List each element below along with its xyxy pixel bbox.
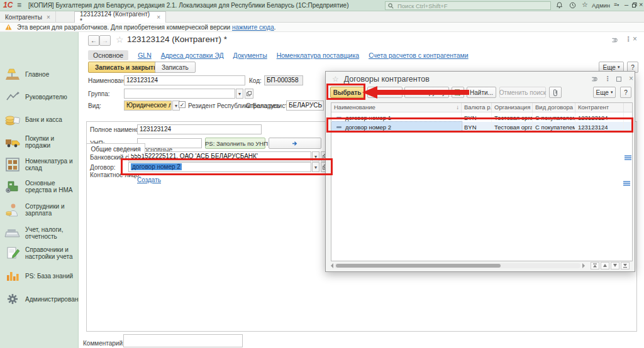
nav-adresa-dostavki[interactable]: Адреса доставки ЭД xyxy=(161,52,224,59)
favorites-star-icon[interactable]: ☆ xyxy=(582,1,588,9)
nav-back-button[interactable]: ← xyxy=(88,35,99,46)
sidebar-item-ps-baza-znaniy[interactable]: PS: База знаний xyxy=(0,271,79,281)
app-window: 1С ≡ [КОПИЯ] Бухгалтерия для Беларуси, р… xyxy=(0,0,644,348)
tab-kontragent-current[interactable]: 123123124 (Контрагент) *× xyxy=(74,11,166,23)
dialog-more-dots-icon[interactable]: ⋮ xyxy=(604,75,611,82)
tab-kontragenty[interactable]: Контрагенты× xyxy=(0,11,56,23)
service-menu-icon[interactable]: ≡▾ xyxy=(614,1,619,8)
sidebar-item-rukovoditelyu[interactable]: Руководителю xyxy=(0,92,79,102)
column-naimenovanie[interactable]: Наименование↓ xyxy=(331,103,462,112)
knowledge-icon xyxy=(0,271,25,281)
gear-icon xyxy=(0,294,25,304)
sidebar-item-os-nma[interactable]: Основные средства и НМА xyxy=(0,180,79,193)
go-first-icon[interactable] xyxy=(591,262,599,269)
group-open-icon[interactable] xyxy=(245,89,253,99)
attachment-paperclip-icon[interactable] xyxy=(549,87,562,98)
search-input[interactable] xyxy=(396,2,541,10)
comment-input[interactable] xyxy=(123,334,243,347)
dialog-title-bar: ☆ Договоры контрагентов ⋮ × xyxy=(326,72,635,87)
sidebar-item-sotrudniki-zarplata[interactable]: Сотрудники и зарплата xyxy=(0,203,79,217)
save-close-button[interactable]: Записать и закрыть xyxy=(88,62,164,73)
dialog-link-icon[interactable] xyxy=(590,76,597,82)
more-menu-dots-icon[interactable]: ⋮ xyxy=(625,35,632,43)
create-group-button[interactable]: руппу xyxy=(404,87,449,98)
form-nav-links: Основное GLN Адреса доставки ЭД Документ… xyxy=(88,50,469,60)
column-kontragent[interactable]: Контрагент xyxy=(575,103,624,112)
nav-nomenklatura-postavshika[interactable]: Номенклатура поставщика xyxy=(277,52,359,59)
go-next-icon[interactable] xyxy=(611,262,619,269)
dialog-help-button[interactable]: ? xyxy=(620,87,631,98)
full-name-input[interactable]: 123123124 xyxy=(137,124,262,134)
group-input[interactable] xyxy=(124,89,235,99)
group-dropdown-icon[interactable]: ▾ xyxy=(236,89,243,99)
nav-dokumenty[interactable]: Документы xyxy=(233,52,267,59)
sidebar-item-bank-kassa[interactable]: Банк и касса xyxy=(0,112,79,126)
notifications-bell-icon[interactable] xyxy=(556,2,563,9)
sidebar-item-spravochniki[interactable]: Справочники и настройки учета xyxy=(0,246,79,260)
contract-dropdown-icon[interactable]: ▾ xyxy=(312,162,319,172)
banner-link[interactable]: нажмите сюда xyxy=(232,24,274,31)
tab-obshie-svedeniya[interactable]: Общие сведения xyxy=(86,143,145,154)
contact-create-link[interactable]: Создать xyxy=(137,177,161,183)
secondary-fill-button[interactable] xyxy=(269,138,321,149)
contract-label: Договор: xyxy=(90,164,116,171)
country-input[interactable]: БЕЛАРУСЬ xyxy=(286,101,324,111)
current-user[interactable]: Админ xyxy=(592,2,610,9)
nav-forward-button[interactable]: → xyxy=(99,35,111,46)
column-valyuta[interactable]: Валюта р... xyxy=(462,103,492,112)
restore-icon[interactable] xyxy=(632,3,637,8)
copy-item-icon[interactable] xyxy=(452,87,464,98)
sidebar-item-pokupki-prodazhi[interactable]: Покупки и продажи xyxy=(0,135,79,149)
sidebar-item-uchet-nalogi[interactable]: Учет, налоги, отчетность xyxy=(0,226,79,240)
close-form-icon[interactable]: × xyxy=(633,35,637,43)
name-input[interactable]: 123123124 xyxy=(124,75,245,85)
column-organizaciya[interactable]: Организация xyxy=(492,103,533,112)
ui-artifact-icon xyxy=(625,155,631,160)
column-vid-dogovora[interactable]: Вид договора xyxy=(533,103,575,112)
contract-row-1[interactable]: договор номер 1 BYN Тестовая орган... С … xyxy=(331,112,632,122)
nav-gln[interactable]: GLN xyxy=(138,52,152,59)
nav-scheta-raschetov[interactable]: Счета расчетов с контрагентами xyxy=(369,52,469,59)
close-tab-icon[interactable]: × xyxy=(47,14,50,21)
dialog-close-icon[interactable]: × xyxy=(629,74,633,83)
close-tab-icon[interactable]: × xyxy=(157,14,160,21)
get-link-icon[interactable] xyxy=(610,37,618,43)
hscrollbar-thumb[interactable] xyxy=(336,264,501,268)
select-button[interactable]: Выбрать xyxy=(330,87,364,98)
bank-account-input[interactable]: 5551522225121, ОАО 'АСБ БЕЛАРУСБАНК' xyxy=(128,151,311,161)
create-button-occluded[interactable] xyxy=(367,87,402,98)
sidebar-item-nomenklatura-sklad[interactable]: Номенклатура и склад xyxy=(0,158,79,171)
handbook-icon xyxy=(0,246,25,260)
hscrollbar-track[interactable] xyxy=(334,263,580,268)
save-button[interactable]: Записать xyxy=(155,62,196,73)
kind-combo[interactable]: Юридическое лицо xyxy=(124,101,172,111)
find-button[interactable]: Найти... xyxy=(467,87,496,98)
kind-label: Вид: xyxy=(88,102,101,109)
go-prev-icon[interactable] xyxy=(601,262,609,269)
contract-row-2-selected[interactable]: договор номер 2 BYN Тестовая орган... С … xyxy=(331,122,632,131)
report-icon xyxy=(0,227,25,239)
bank-dropdown-icon[interactable]: ▾ xyxy=(312,151,319,161)
main-menu-icon[interactable]: ≡ xyxy=(17,1,21,9)
employee-icon xyxy=(0,203,25,217)
close-window-icon[interactable]: × xyxy=(639,1,643,8)
contract-input[interactable]: договор номер 2 xyxy=(128,162,311,172)
resident-checkbox[interactable]: ✓ xyxy=(179,101,186,108)
nav-osnovnoe[interactable]: Основное xyxy=(88,50,128,60)
favorite-star-icon[interactable]: ☆ xyxy=(116,35,124,45)
fill-by-unp-button[interactable]: PS: Заполнить по УНП xyxy=(205,138,265,149)
global-search[interactable] xyxy=(385,1,551,10)
dialog-more-button[interactable]: Еще▾ xyxy=(593,87,616,98)
sidebar-item-glavnoe[interactable]: Главное xyxy=(0,67,79,81)
dev-version-banner: Эта версия для разработчиков. Для приобр… xyxy=(0,23,644,32)
sidebar-item-administrirovanie[interactable]: Администрирование xyxy=(0,294,79,304)
dialog-star-icon[interactable]: ☆ xyxy=(332,75,339,84)
contract-item-icon xyxy=(336,117,341,119)
code-input[interactable]: БП-000358 xyxy=(264,75,303,85)
hscroll-right-icon[interactable] xyxy=(582,263,587,268)
hscroll-left-icon[interactable] xyxy=(328,263,333,268)
go-last-icon[interactable] xyxy=(621,262,630,269)
minimize-icon[interactable]: – xyxy=(625,1,628,8)
history-icon[interactable] xyxy=(569,2,576,9)
dialog-maximize-icon[interactable] xyxy=(616,77,621,82)
